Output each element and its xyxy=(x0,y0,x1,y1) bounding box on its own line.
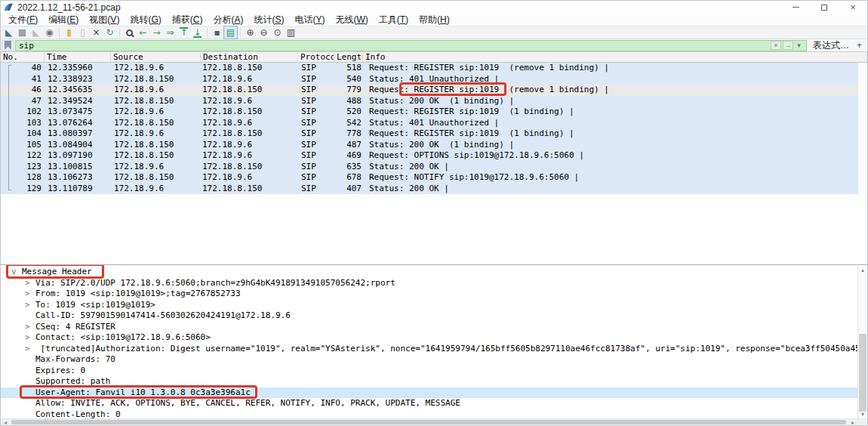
expand-arrow-icon[interactable]: > xyxy=(25,289,35,300)
column-header-protocol[interactable]: Protocol xyxy=(298,52,334,62)
cell-info[interactable]: Request: REGISTER sip:1019 (remove 1 bin… xyxy=(363,85,867,96)
cell-len[interactable]: 635 xyxy=(334,162,363,173)
cell-dst[interactable]: 172.18.8.150 xyxy=(201,106,298,118)
column-header-info[interactable]: Info xyxy=(363,52,867,62)
cell-info[interactable]: Request: OPTIONS sip:1019@172.18.9.6:506… xyxy=(363,150,867,162)
cell-no[interactable]: 40 xyxy=(1,63,45,74)
packet-row[interactable]: 10213.073475172.18.9.6172.18.8.150SIP520… xyxy=(1,106,867,118)
cell-time[interactable]: 13.110789 xyxy=(45,184,111,195)
close-button[interactable]: × xyxy=(839,1,867,14)
cell-proto[interactable]: SIP xyxy=(298,74,334,85)
cell-proto[interactable]: SIP xyxy=(298,162,334,173)
menu-item[interactable]: 跳转(G) xyxy=(125,14,166,26)
packet-row[interactable]: 10513.084904172.18.8.150172.18.9.6SIP487… xyxy=(1,140,867,151)
detail-line[interactable]: >CSeq: 4 REGISTER xyxy=(1,322,867,333)
packet-row[interactable]: 4112.338923172.18.8.150172.18.9.6SIP540S… xyxy=(1,74,867,85)
menu-item[interactable]: 捕获(C) xyxy=(167,14,208,26)
scroll-down-arrow-icon[interactable]: ▾ xyxy=(858,410,867,418)
cell-dst[interactable]: 172.18.9.6 xyxy=(201,140,298,151)
packet-row[interactable]: 12313.100815172.18.9.6172.18.8.150SIP635… xyxy=(1,162,867,173)
cell-src[interactable]: 172.18.8.150 xyxy=(111,118,201,129)
menu-item[interactable]: 电话(Y) xyxy=(289,14,330,26)
cell-time[interactable]: 12.335960 xyxy=(45,63,111,74)
cell-len[interactable]: 407 xyxy=(334,184,363,195)
detail-line[interactable]: >Contact: <sip:1019@172.18.9.6:5060> xyxy=(1,332,867,344)
detail-line[interactable]: Allow: INVITE, ACK, OPTIONS, BYE, CANCEL… xyxy=(1,398,867,409)
cell-dst[interactable]: 172.18.8.150 xyxy=(201,85,298,96)
expand-arrow-icon[interactable]: > xyxy=(25,278,35,289)
column-header-time[interactable]: Time xyxy=(45,52,111,62)
expand-arrow-icon[interactable]: > xyxy=(25,300,35,311)
display-filter-input[interactable]: sip × → ▾ xyxy=(15,40,807,51)
find-packet-icon[interactable] xyxy=(123,26,136,39)
expression-button[interactable]: 表达式… xyxy=(807,39,855,52)
detail-line[interactable]: User-Agent: Fanvil i10 1.3.0.8 0c3a3e396… xyxy=(1,387,867,399)
packet-list-scroll-gutter[interactable] xyxy=(858,63,867,194)
cell-dst[interactable]: 172.18.9.6 xyxy=(201,118,298,129)
menu-item[interactable]: 视图(V) xyxy=(84,14,125,26)
cell-proto[interactable]: SIP xyxy=(298,85,334,96)
close-file-icon[interactable]: × xyxy=(90,26,103,39)
cell-src[interactable]: 172.18.8.150 xyxy=(111,74,201,85)
minimize-button[interactable] xyxy=(781,1,810,14)
packet-row[interactable]: 10313.076264172.18.8.150172.18.9.6SIP542… xyxy=(1,118,867,129)
cell-src[interactable]: 172.18.8.150 xyxy=(111,172,201,184)
cell-proto[interactable]: SIP xyxy=(298,128,334,140)
menu-item[interactable]: 统计(S) xyxy=(248,14,289,26)
cell-no[interactable]: 41 xyxy=(1,74,45,85)
menu-item[interactable]: 帮助(H) xyxy=(414,14,455,26)
cell-no[interactable]: 103 xyxy=(1,118,45,129)
cell-dst[interactable]: 172.18.9.6 xyxy=(201,96,298,107)
cell-info[interactable]: Request: NOTIFY sip:1019@172.18.9.6:5060… xyxy=(363,172,867,184)
menu-item[interactable]: 文件(F) xyxy=(3,14,43,26)
reload-file-icon[interactable]: ↻ xyxy=(103,26,116,39)
cell-no[interactable]: 47 xyxy=(1,96,45,107)
cell-info[interactable]: Request: REGISTER sip:1019 (1 binding) | xyxy=(363,128,867,140)
autoscroll-icon[interactable]: ▤ xyxy=(224,26,237,39)
scroll-up-arrow-icon[interactable]: ▴ xyxy=(858,266,867,274)
detail-line[interactable]: vMessage Header xyxy=(1,267,867,278)
cell-proto[interactable]: SIP xyxy=(298,140,334,151)
cell-len[interactable]: 487 xyxy=(334,140,363,151)
cell-src[interactable]: 172.18.9.6 xyxy=(111,85,201,96)
cell-no[interactable]: 129 xyxy=(1,184,45,195)
detail-line[interactable]: Expires: 0 xyxy=(1,366,867,377)
cell-info[interactable]: Request: REGISTER sip:1019 (remove 1 bin… xyxy=(363,63,867,74)
last-packet-icon[interactable]: ↓ xyxy=(191,26,204,39)
cell-no[interactable]: 128 xyxy=(1,172,45,184)
cell-src[interactable]: 172.18.9.6 xyxy=(111,106,201,118)
cell-proto[interactable]: SIP xyxy=(298,63,334,74)
restart-capture-icon[interactable]: ◣ xyxy=(29,26,42,39)
packet-row[interactable]: 12913.110789172.18.9.6172.18.8.150SIP407… xyxy=(1,184,867,195)
filter-clear-button[interactable]: × xyxy=(771,41,781,50)
colorize-icon[interactable]: ▪ xyxy=(211,26,223,39)
detail-line[interactable]: >Via: SIP/2.0/UDP 172.18.9.6:5060;branch… xyxy=(1,278,867,289)
filter-dropdown-caret[interactable]: ▾ xyxy=(795,41,803,50)
cell-time[interactable]: 13.106273 xyxy=(45,172,111,184)
cell-src[interactable]: 172.18.8.150 xyxy=(111,96,201,107)
cell-src[interactable]: 172.18.8.150 xyxy=(111,140,201,151)
cell-len[interactable]: 540 xyxy=(334,74,363,85)
cell-info[interactable]: Status: 401 Unauthorized | xyxy=(363,74,867,85)
resize-columns-icon[interactable]: ▥ xyxy=(285,26,297,39)
expand-arrow-icon[interactable]: > xyxy=(25,332,35,344)
cell-time[interactable]: 13.076264 xyxy=(45,118,111,129)
collapse-arrow-icon[interactable]: v xyxy=(11,267,22,278)
cell-time[interactable]: 13.097190 xyxy=(45,150,111,162)
cell-time[interactable]: 13.073475 xyxy=(45,106,111,118)
cell-proto[interactable]: SIP xyxy=(298,106,334,118)
cell-no[interactable]: 123 xyxy=(1,162,45,173)
cell-proto[interactable]: SIP xyxy=(298,96,334,107)
packet-row[interactable]: 12213.097190172.18.8.150172.18.9.6SIP469… xyxy=(1,150,867,162)
cell-no[interactable]: 104 xyxy=(1,128,45,140)
column-header-length[interactable]: Length xyxy=(334,52,363,62)
column-header-destination[interactable]: Destination xyxy=(201,52,298,62)
detail-line[interactable]: >From: 1019 <sip:1019@1019>;tag=27678527… xyxy=(1,289,867,300)
cell-dst[interactable]: 172.18.8.150 xyxy=(201,63,298,74)
stop-capture-icon[interactable]: ■ xyxy=(16,26,29,39)
cell-dst[interactable]: 172.18.8.150 xyxy=(201,128,298,140)
filter-bookmark-button[interactable] xyxy=(2,40,14,51)
go-back-icon[interactable]: ← xyxy=(137,26,149,39)
horizontal-scroll-thumb[interactable] xyxy=(11,420,846,424)
packet-row[interactable]: 4712.349524172.18.8.150172.18.9.6SIP488S… xyxy=(1,96,867,107)
